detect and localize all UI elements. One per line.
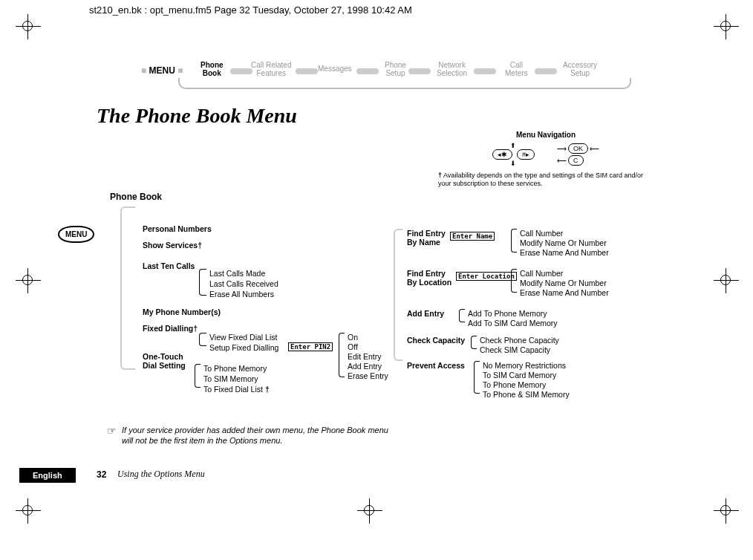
node-r3-sim: Add To SIM Card Memory [468, 319, 558, 328]
node-fd-off: Off [348, 342, 358, 351]
node-add-entry: Add Entry [407, 309, 444, 318]
nav-c-button: C [568, 155, 584, 166]
tree-root: Phone Book [110, 192, 162, 202]
nav-panel: Menu Navigation ⬆ ◂✱ #▸ ⬇ ⟶OK⟵ ⟵C † Avai… [438, 131, 653, 188]
node-fd-add: Add Entry [348, 362, 382, 371]
node-r1-modify: Modify Name Or Number [520, 238, 607, 247]
node-r5-both: To Phone & SIM Memory [483, 390, 570, 399]
language-tab: English [19, 468, 76, 483]
node-r5-sim: To SIM Card Memory [483, 371, 556, 380]
crop-mark-mr [720, 275, 731, 285]
input-enter-location: Enter Location [456, 272, 517, 281]
nav-hash-button: #▸ [517, 149, 535, 160]
menu-label: MENU [149, 65, 175, 76]
nav-footnote: † Availability depends on the type and s… [438, 172, 653, 188]
node-find-loc-a: Find Entry [407, 269, 446, 278]
node-r1-erase: Erase Name And Number [520, 248, 609, 257]
crop-mark-tl [22, 21, 33, 31]
node-find-name-a: Find Entry [407, 229, 446, 238]
node-r2-modify: Modify Name Or Number [520, 279, 607, 287]
node-r2-erase: Erase Name And Number [520, 288, 609, 297]
node-setup-fixed-dial: Setup Fixed Dialling [209, 343, 278, 352]
footnote: If your service provider has added their… [122, 425, 389, 446]
page-footer: English 32 Using the Options Menu [0, 465, 753, 483]
page-number: 32 [97, 469, 106, 480]
node-last-ten-calls: Last Ten Calls [143, 261, 195, 270]
chapter-title: Using the Options Menu [117, 469, 205, 480]
note-icon: ☞ [107, 425, 117, 437]
crop-mark-bl [22, 505, 33, 515]
node-find-name-b: By Name [407, 238, 440, 247]
node-last-calls-received: Last Calls Received [209, 279, 278, 288]
node-erase-all-numbers: Erase All Numbers [209, 290, 274, 299]
node-ot-sim: To SIM Memory [203, 374, 258, 383]
node-fd-edit: Edit Entry [348, 352, 382, 361]
menu-bar: ■ MENU ■ PhoneBook Call RelatedFeatures … [141, 59, 646, 97]
node-view-fixed-dial: View Fixed Dial List [209, 333, 277, 342]
node-ot-phone: To Phone Memory [203, 364, 267, 373]
node-fd-on: On [348, 333, 358, 342]
node-one-touch-b: Dial Setting [143, 361, 186, 370]
node-r1-call: Call Number [520, 229, 563, 238]
crop-mark-tr [720, 21, 731, 31]
nav-ok-button: OK [568, 143, 588, 154]
node-r5-none: No Memory Restrictions [483, 361, 566, 370]
node-find-loc-b: By Location [407, 278, 452, 287]
menu-button-icon: MENU [58, 226, 94, 243]
node-r4-phone: Check Phone Capacity [480, 336, 559, 345]
node-fixed-dialling: Fixed Dialling† [143, 324, 198, 333]
node-r5-phone: To Phone Memory [483, 380, 546, 389]
node-ot-fixed: To Fixed Dial List † [203, 385, 270, 394]
node-one-touch-a: One-Touch [143, 352, 183, 361]
nav-title: Menu Navigation [438, 131, 653, 139]
node-fd-erase: Erase Entry [348, 371, 388, 380]
node-check-cap: Check Capacity [407, 336, 465, 345]
crop-mark-bc [364, 505, 374, 515]
node-r3-phone: Add To Phone Memory [468, 309, 547, 318]
node-my-phone-numbers: My Phone Number(s) [143, 307, 221, 316]
node-personal-numbers: Personal Numbers [143, 224, 212, 233]
page-title: The Phone Book Menu [97, 104, 297, 128]
frame-header: st210_en.bk : opt_menu.fm5 Page 32 Tuesd… [89, 4, 412, 16]
node-r4-sim: Check SIM Capacity [480, 345, 550, 354]
nav-star-button: ◂✱ [492, 149, 512, 160]
node-prevent-access: Prevent Access [407, 361, 465, 370]
crop-mark-br [720, 505, 731, 515]
input-enter-name: Enter Name [450, 232, 495, 241]
crop-mark-ml [22, 275, 33, 285]
node-last-calls-made: Last Calls Made [209, 269, 265, 278]
input-enter-pin2: Enter PIN2 [288, 342, 333, 351]
node-r2-call: Call Number [520, 269, 563, 278]
node-show-services: Show Services† [143, 241, 202, 250]
